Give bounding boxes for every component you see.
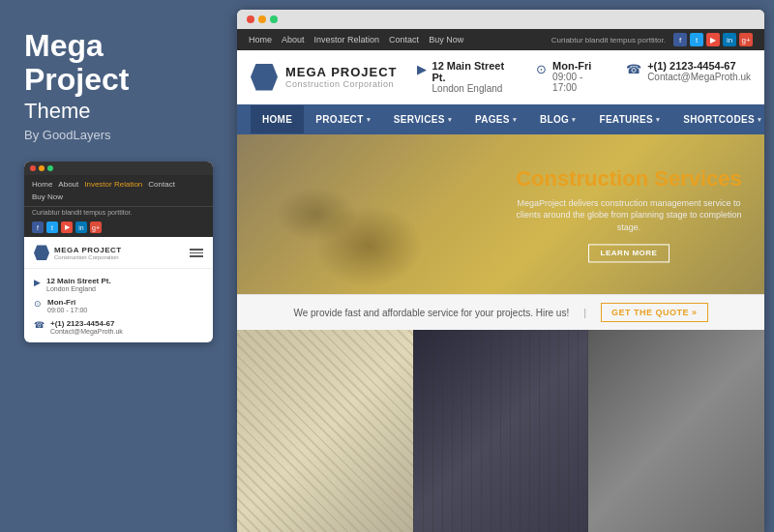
- header-address-sub: London England: [432, 83, 518, 94]
- mobile-info-phone: ☎ +(1) 2123-4454-67 Contact@MegaProth.uk: [34, 319, 203, 335]
- mobile-logo-icon: [34, 245, 49, 260]
- topbar-about[interactable]: About: [282, 35, 305, 44]
- hamburger-icon[interactable]: [190, 249, 203, 257]
- topbar-right: Curiabtur blandit tempus porttitor. f t …: [551, 33, 753, 46]
- quote-text: We provide fast and affordable service f…: [293, 308, 569, 318]
- mobile-nav: Home About Investor Relation Contact Buy…: [24, 175, 213, 206]
- nav-project[interactable]: PROJECT ▾: [304, 105, 382, 133]
- mobile-address-label: 12 Main Street Pt.: [46, 277, 111, 285]
- topbar-facebook-icon[interactable]: f: [673, 33, 687, 46]
- nav-home[interactable]: HOME: [251, 105, 304, 133]
- mobile-logo-area: MEGA PROJECT Construction Corporation: [34, 245, 122, 260]
- hero-section: Construction Services MegaProject delive…: [237, 134, 764, 294]
- left-title: MegaProject Theme By GoodLayers: [24, 29, 213, 142]
- quote-bar: We provide fast and affordable service f…: [237, 294, 764, 330]
- mobile-hours-sub: 09:00 - 17:00: [47, 307, 87, 313]
- desktop-preview: Home About Investor Relation Contact Buy…: [237, 10, 764, 532]
- site-nav: HOME PROJECT ▾ SERVICES ▾ PAGES ▾ BLOG ▾…: [237, 104, 764, 134]
- get-quote-button[interactable]: GET THE QUOTE »: [601, 303, 708, 322]
- left-panel: MegaProject Theme By GoodLayers Home Abo…: [0, 0, 237, 532]
- topbar-youtube-icon[interactable]: ▶: [706, 33, 720, 46]
- thumbnail-2-overlay: [413, 330, 589, 532]
- location-icon: ▶: [34, 278, 41, 287]
- mobile-header: MEGA PROJECT Construction Corporation: [24, 237, 213, 269]
- mobile-title-bar: [24, 162, 213, 175]
- header-phone: ☎ +(1) 2123-4454-67 Contact@MegaProth.uk: [626, 60, 751, 94]
- browser-dot-yellow: [258, 15, 266, 23]
- thumbnail-row: [237, 330, 764, 532]
- mobile-marquee: Curiabtur blandit tempus porttitor.: [24, 206, 213, 218]
- mobile-address-sub: London England: [46, 285, 111, 292]
- nav-links: HOME PROJECT ▾ SERVICES ▾ PAGES ▾ BLOG ▾…: [251, 105, 764, 133]
- thumbnail-1-overlay: [237, 330, 413, 532]
- header-phone-label: +(1) 2123-4454-67: [647, 60, 751, 72]
- nav-blog[interactable]: BLOG ▾: [528, 105, 587, 133]
- hero-title-highlight: Services: [654, 166, 742, 191]
- mobile-dot-yellow: [39, 165, 45, 171]
- header-info: ▶ 12 Main Street Pt. London England ⊙ Mo…: [417, 60, 751, 94]
- topbar-investor[interactable]: Investor Relation: [314, 35, 380, 44]
- mobile-linkedin-icon[interactable]: in: [75, 222, 87, 233]
- hero-content: Construction Services MegaProject delive…: [513, 166, 745, 262]
- mobile-logo-name: MEGA PROJECT: [54, 246, 122, 254]
- topbar-marquee: Curiabtur blandit tempus porttitor.: [551, 36, 666, 44]
- mobile-phone-label: +(1) 2123-4454-67: [50, 319, 123, 328]
- header-address-label: 12 Main Street Pt.: [432, 60, 518, 83]
- header-location-icon: ▶: [417, 62, 427, 76]
- nav-pages[interactable]: PAGES ▾: [463, 105, 528, 133]
- header-phone-icon: ☎: [626, 62, 641, 76]
- mobile-phone-sub: Contact@MegaProth.uk: [50, 328, 123, 335]
- mobile-dot-green: [47, 165, 53, 171]
- site-topbar: Home About Investor Relation Contact Buy…: [237, 29, 764, 50]
- mobile-nav-contact[interactable]: Contact: [148, 180, 175, 189]
- topbar-googleplus-icon[interactable]: g+: [739, 33, 753, 46]
- topbar-twitter-icon[interactable]: t: [690, 33, 703, 46]
- mobile-logo-sub: Construction Corporation: [54, 254, 122, 260]
- topbar-buy[interactable]: Buy Now: [429, 35, 463, 44]
- mobile-info: ▶ 12 Main Street Pt. London England ⊙ Mo…: [24, 269, 213, 342]
- site-header: MEGA PROJECT Construction Corporation ▶ …: [237, 50, 764, 104]
- mobile-nav-home[interactable]: Home: [32, 180, 52, 189]
- nav-shortcodes[interactable]: SHORTCODES ▾: [671, 105, 764, 133]
- thumbnail-2: [413, 330, 589, 532]
- nav-features[interactable]: FEATURES ▾: [587, 105, 671, 133]
- browser-dot-green: [270, 15, 278, 23]
- mobile-info-address: ▶ 12 Main Street Pt. London England: [34, 277, 203, 292]
- get-quote-label: GET THE QUOTE »: [611, 308, 698, 317]
- mobile-hours-label: Mon-Fri: [47, 298, 87, 307]
- by-line: By GoodLayers: [24, 128, 213, 142]
- learn-more-button[interactable]: LEARN MORE: [588, 244, 670, 262]
- mobile-twitter-icon[interactable]: t: [46, 222, 58, 233]
- header-hours-sub: 09:00 - 17:00: [552, 72, 607, 93]
- header-hours-label: Mon-Fri: [552, 60, 607, 72]
- theme-subtitle: Theme: [24, 99, 213, 124]
- browser-dot-red: [247, 15, 254, 23]
- hero-subtitle: MegaProject delivers construction manage…: [513, 197, 745, 234]
- mobile-nav-about[interactable]: About: [58, 180, 78, 189]
- mobile-facebook-icon[interactable]: f: [32, 222, 44, 233]
- mobile-dot-red: [30, 165, 36, 171]
- logo-text-area: MEGA PROJECT Construction Corporation: [285, 65, 398, 89]
- topbar-contact[interactable]: Contact: [389, 35, 419, 44]
- quote-separator: |: [583, 307, 586, 318]
- mobile-nav-investor[interactable]: Investor Relation: [84, 180, 142, 189]
- thumbnail-3: [588, 330, 764, 532]
- mobile-info-hours: ⊙ Mon-Fri 09:00 - 17:00: [34, 298, 203, 313]
- browser-titlebar: [237, 10, 764, 29]
- mobile-googleplus-icon[interactable]: g+: [90, 222, 102, 233]
- clock-icon: ⊙: [34, 299, 42, 309]
- topbar-home[interactable]: Home: [249, 35, 272, 44]
- phone-icon: ☎: [34, 320, 45, 330]
- logo-name: MEGA PROJECT: [285, 65, 398, 79]
- nav-services[interactable]: SERVICES ▾: [382, 105, 463, 133]
- mobile-preview: Home About Investor Relation Contact Buy…: [24, 162, 213, 342]
- topbar-linkedin-icon[interactable]: in: [723, 33, 736, 46]
- thumbnail-1: [237, 330, 413, 532]
- mobile-nav-buy[interactable]: Buy Now: [32, 192, 63, 201]
- header-clock-icon: ⊙: [536, 62, 547, 76]
- site-logo: MEGA PROJECT Construction Corporation: [251, 64, 398, 91]
- logo-diamond-icon: [251, 64, 278, 91]
- hero-title-main: Construction: [516, 166, 654, 191]
- mobile-youtube-icon[interactable]: ▶: [61, 222, 73, 233]
- theme-title: MegaProject: [24, 29, 213, 97]
